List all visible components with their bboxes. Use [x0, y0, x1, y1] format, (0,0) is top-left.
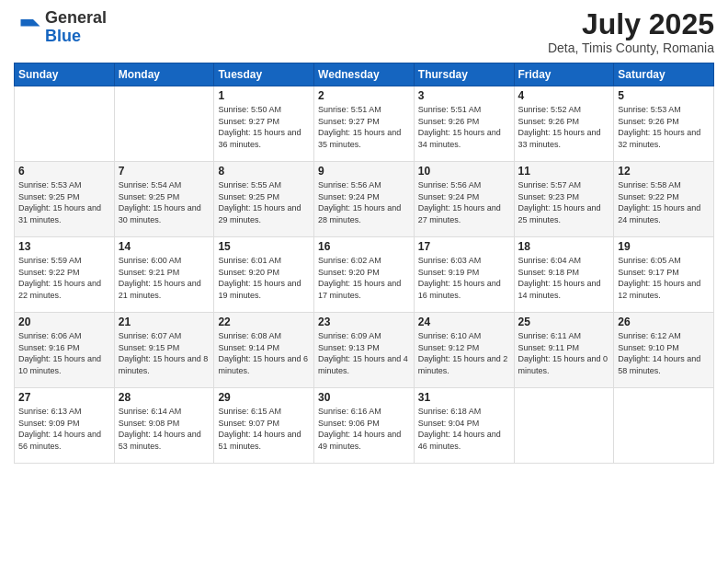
day-cell: 20Sunrise: 6:06 AM Sunset: 9:16 PM Dayli…	[15, 313, 115, 388]
day-cell	[15, 86, 115, 162]
day-number: 2	[318, 89, 410, 102]
col-friday: Friday	[514, 63, 614, 86]
day-number: 23	[318, 316, 410, 328]
day-detail: Sunrise: 5:56 AM Sunset: 9:24 PM Dayligh…	[418, 179, 510, 225]
day-number: 17	[418, 240, 510, 253]
day-cell: 6Sunrise: 5:53 AM Sunset: 9:25 PM Daylig…	[15, 162, 115, 237]
day-number: 22	[218, 316, 310, 328]
header-row: Sunday Monday Tuesday Wednesday Thursday…	[15, 63, 714, 86]
week-row-1: 1Sunrise: 5:50 AM Sunset: 9:27 PM Daylig…	[15, 86, 714, 162]
day-number: 19	[618, 240, 710, 253]
day-cell: 4Sunrise: 5:52 AM Sunset: 9:26 PM Daylig…	[514, 86, 614, 162]
week-row-3: 13Sunrise: 5:59 AM Sunset: 9:22 PM Dayli…	[15, 237, 714, 313]
day-cell: 29Sunrise: 6:15 AM Sunset: 9:07 PM Dayli…	[214, 388, 314, 464]
location: Deta, Timis County, Romania	[548, 40, 714, 55]
day-number: 20	[18, 316, 110, 328]
day-cell: 25Sunrise: 6:11 AM Sunset: 9:11 PM Dayli…	[514, 313, 614, 388]
day-detail: Sunrise: 6:04 AM Sunset: 9:18 PM Dayligh…	[518, 255, 610, 301]
day-cell: 1Sunrise: 5:50 AM Sunset: 9:27 PM Daylig…	[214, 86, 314, 162]
day-detail: Sunrise: 6:02 AM Sunset: 9:20 PM Dayligh…	[318, 255, 410, 301]
day-cell: 5Sunrise: 5:53 AM Sunset: 9:26 PM Daylig…	[614, 86, 714, 162]
day-detail: Sunrise: 5:58 AM Sunset: 9:22 PM Dayligh…	[618, 179, 710, 225]
col-sunday: Sunday	[15, 63, 115, 86]
month-year: July 2025	[548, 9, 714, 39]
page: General Blue July 2025 Deta, Timis Count…	[0, 0, 728, 563]
day-number: 3	[418, 89, 510, 102]
svg-marker-0	[33, 19, 40, 27]
day-cell: 28Sunrise: 6:14 AM Sunset: 9:08 PM Dayli…	[114, 388, 214, 464]
day-detail: Sunrise: 6:06 AM Sunset: 9:16 PM Dayligh…	[18, 330, 110, 376]
day-cell: 15Sunrise: 6:01 AM Sunset: 9:20 PM Dayli…	[214, 237, 314, 313]
day-detail: Sunrise: 5:54 AM Sunset: 9:25 PM Dayligh…	[119, 179, 210, 225]
day-cell: 16Sunrise: 6:02 AM Sunset: 9:20 PM Dayli…	[314, 237, 415, 313]
col-wednesday: Wednesday	[314, 63, 415, 86]
day-detail: Sunrise: 6:16 AM Sunset: 9:06 PM Dayligh…	[318, 406, 410, 452]
day-detail: Sunrise: 5:52 AM Sunset: 9:26 PM Dayligh…	[518, 104, 610, 150]
day-number: 7	[119, 165, 210, 178]
day-detail: Sunrise: 5:51 AM Sunset: 9:26 PM Dayligh…	[418, 104, 510, 150]
day-detail: Sunrise: 5:53 AM Sunset: 9:25 PM Dayligh…	[18, 179, 110, 225]
day-cell: 10Sunrise: 5:56 AM Sunset: 9:24 PM Dayli…	[414, 162, 514, 237]
day-detail: Sunrise: 6:12 AM Sunset: 9:10 PM Dayligh…	[618, 330, 710, 376]
day-detail: Sunrise: 5:53 AM Sunset: 9:26 PM Dayligh…	[618, 104, 710, 150]
day-cell	[114, 86, 214, 162]
day-number: 11	[518, 165, 610, 178]
day-cell: 8Sunrise: 5:55 AM Sunset: 9:25 PM Daylig…	[214, 162, 314, 237]
day-number: 27	[18, 391, 110, 404]
week-row-2: 6Sunrise: 5:53 AM Sunset: 9:25 PM Daylig…	[15, 162, 714, 237]
day-number: 26	[618, 316, 710, 328]
day-number: 10	[418, 165, 510, 178]
day-detail: Sunrise: 6:18 AM Sunset: 9:04 PM Dayligh…	[418, 406, 510, 452]
day-cell: 31Sunrise: 6:18 AM Sunset: 9:04 PM Dayli…	[414, 388, 514, 464]
day-number: 16	[318, 240, 410, 253]
header: General Blue July 2025 Deta, Timis Count…	[14, 9, 714, 55]
day-cell: 26Sunrise: 6:12 AM Sunset: 9:10 PM Dayli…	[614, 313, 714, 388]
day-number: 24	[418, 316, 510, 328]
day-number: 21	[119, 316, 210, 328]
day-number: 30	[318, 391, 410, 404]
day-detail: Sunrise: 6:11 AM Sunset: 9:11 PM Dayligh…	[518, 330, 610, 376]
col-tuesday: Tuesday	[214, 63, 314, 86]
day-detail: Sunrise: 6:15 AM Sunset: 9:07 PM Dayligh…	[218, 406, 310, 452]
day-cell: 19Sunrise: 6:05 AM Sunset: 9:17 PM Dayli…	[614, 237, 714, 313]
day-detail: Sunrise: 5:50 AM Sunset: 9:27 PM Dayligh…	[218, 104, 310, 150]
day-cell: 24Sunrise: 6:10 AM Sunset: 9:12 PM Dayli…	[414, 313, 514, 388]
title-block: July 2025 Deta, Timis County, Romania	[548, 9, 714, 55]
day-number: 13	[18, 240, 110, 253]
day-detail: Sunrise: 5:59 AM Sunset: 9:22 PM Dayligh…	[18, 255, 110, 301]
day-detail: Sunrise: 6:10 AM Sunset: 9:12 PM Dayligh…	[418, 330, 510, 376]
day-cell: 9Sunrise: 5:56 AM Sunset: 9:24 PM Daylig…	[314, 162, 415, 237]
day-cell: 27Sunrise: 6:13 AM Sunset: 9:09 PM Dayli…	[15, 388, 115, 464]
svg-rect-1	[21, 19, 34, 27]
day-detail: Sunrise: 5:55 AM Sunset: 9:25 PM Dayligh…	[218, 179, 310, 225]
day-number: 5	[618, 89, 710, 102]
day-detail: Sunrise: 6:14 AM Sunset: 9:08 PM Dayligh…	[119, 406, 210, 452]
day-number: 18	[518, 240, 610, 253]
week-row-5: 27Sunrise: 6:13 AM Sunset: 9:09 PM Dayli…	[15, 388, 714, 464]
col-monday: Monday	[114, 63, 214, 86]
day-number: 1	[218, 89, 310, 102]
day-cell: 3Sunrise: 5:51 AM Sunset: 9:26 PM Daylig…	[414, 86, 514, 162]
day-detail: Sunrise: 6:00 AM Sunset: 9:21 PM Dayligh…	[119, 255, 210, 301]
day-number: 29	[218, 391, 310, 404]
day-cell: 22Sunrise: 6:08 AM Sunset: 9:14 PM Dayli…	[214, 313, 314, 388]
day-number: 28	[119, 391, 210, 404]
day-cell: 23Sunrise: 6:09 AM Sunset: 9:13 PM Dayli…	[314, 313, 415, 388]
day-cell: 2Sunrise: 5:51 AM Sunset: 9:27 PM Daylig…	[314, 86, 415, 162]
logo-icon	[14, 14, 41, 41]
day-detail: Sunrise: 5:56 AM Sunset: 9:24 PM Dayligh…	[318, 179, 410, 225]
day-detail: Sunrise: 6:09 AM Sunset: 9:13 PM Dayligh…	[318, 330, 410, 376]
day-number: 6	[18, 165, 110, 178]
day-detail: Sunrise: 6:07 AM Sunset: 9:15 PM Dayligh…	[119, 330, 210, 376]
day-cell: 11Sunrise: 5:57 AM Sunset: 9:23 PM Dayli…	[514, 162, 614, 237]
day-detail: Sunrise: 6:13 AM Sunset: 9:09 PM Dayligh…	[18, 406, 110, 452]
col-thursday: Thursday	[414, 63, 514, 86]
day-cell: 14Sunrise: 6:00 AM Sunset: 9:21 PM Dayli…	[114, 237, 214, 313]
day-detail: Sunrise: 6:08 AM Sunset: 9:14 PM Dayligh…	[218, 330, 310, 376]
day-cell: 13Sunrise: 5:59 AM Sunset: 9:22 PM Dayli…	[15, 237, 115, 313]
day-number: 31	[418, 391, 510, 404]
day-number: 15	[218, 240, 310, 253]
day-detail: Sunrise: 5:57 AM Sunset: 9:23 PM Dayligh…	[518, 179, 610, 225]
day-cell	[514, 388, 614, 464]
day-number: 25	[518, 316, 610, 328]
